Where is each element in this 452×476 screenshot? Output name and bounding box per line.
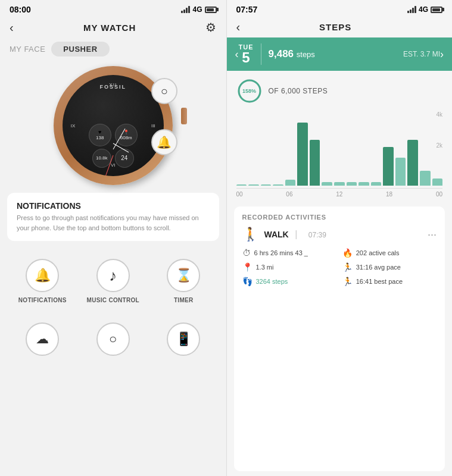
steps-date-block: TUE 5 [239, 43, 261, 65]
chart-y-label-2k: 2k [436, 142, 442, 149]
left-status-bar: 08:00 4G [0, 0, 226, 17]
activity-row: 🚶 WALK | 07:39 ··· [242, 227, 437, 242]
complication-steps: 10.8k [92, 149, 111, 168]
x-label-12: 12 [336, 191, 342, 198]
chart-x-labels: 00 06 12 18 00 [236, 189, 443, 200]
steps-icon: 👣 [242, 277, 253, 286]
action-btn-bell[interactable]: 🔔 [151, 129, 177, 155]
stat-steps: 👣 3264 steps [242, 277, 336, 286]
progress-percent: 158% [242, 88, 256, 94]
activity-stats: ⏱ 6 hrs 26 mins 43 _ 🔥 202 active cals 📍… [242, 248, 437, 286]
notif-title: NOTIFICATIONS [17, 201, 210, 211]
chart-area: 4k 2k 00 06 12 18 00 [227, 107, 453, 202]
feature-music[interactable]: ♪ MUSIC CONTROL [78, 249, 149, 309]
feature-circle[interactable]: ○ [78, 313, 149, 362]
cloud-icon: ☁ [26, 322, 59, 356]
complication-distance: 📍 608m [115, 124, 138, 146]
settings-button[interactable]: ⚙ [205, 20, 216, 35]
feature-cloud[interactable]: ☁ [7, 313, 78, 362]
recorded-section: RECORDED ACTIVITIES 🚶 WALK | 07:39 ··· ⏱… [234, 206, 445, 471]
signal-bars-icon [181, 6, 190, 13]
right-network: 4G [419, 5, 428, 14]
right-status-bar: 07:57 4G [227, 0, 453, 17]
circle-progress: 158% [236, 78, 263, 104]
right-battery-icon [431, 7, 442, 13]
stat-best-pace-val: 16:41 best pace [356, 278, 403, 285]
best-pace-icon: 🏃 [342, 277, 353, 286]
timer-icon: ⌛ [167, 259, 200, 292]
stat-best-pace: 🏃 16:41 best pace [342, 277, 437, 286]
phone-icon: 📱 [167, 322, 200, 356]
left-time: 08:00 [10, 5, 31, 14]
left-panel: 08:00 4G ‹ MY WATCH ⚙ MY FACE PUSHER [0, 0, 226, 476]
steps-count: 9,486 steps [269, 48, 315, 60]
stat-steps-val: 3264 steps [256, 278, 288, 285]
stat-avg-pace-val: 31:16 avg pace [356, 264, 401, 271]
clock-icon: ⏱ [242, 248, 251, 258]
activity-more-button[interactable]: ··· [428, 228, 437, 241]
steps-progress-row: 158% OF 6,000 STEPS [227, 71, 453, 107]
right-time: 07:57 [236, 5, 258, 14]
left-status-right: 4G [181, 5, 216, 14]
feature-notifications-label: NOTIFICATIONS [18, 297, 67, 303]
complication-heart: ♥ 138 [89, 124, 111, 146]
recorded-title: RECORDED ACTIVITIES [242, 214, 437, 221]
stat-cals: 🔥 202 active cals [342, 248, 437, 258]
feature-notifications[interactable]: 🔔 NOTIFICATIONS [7, 249, 78, 309]
page-title: MY WATCH [83, 23, 136, 33]
steps-header: ‹ TUE 5 9,486 steps EST. 3.7 MI › [227, 37, 453, 71]
notifications-section: NOTIFICATIONS Press to go through past n… [7, 193, 219, 241]
feature-grid-1: 🔔 NOTIFICATIONS ♪ MUSIC CONTROL ⌛ TIMER [7, 249, 219, 309]
x-label-06: 06 [286, 191, 292, 198]
x-label-00b: 00 [436, 191, 442, 198]
notifications-icon: 🔔 [26, 259, 59, 292]
chart-bars [236, 111, 443, 189]
right-panel: 07:57 4G ‹ STEPS ‹ TUE 5 9,486 [227, 0, 453, 476]
chart-y-label-4k: 4k [436, 111, 442, 118]
feature-timer-label: TIMER [174, 297, 194, 303]
back-button[interactable]: ‹ [10, 21, 14, 35]
face-label: MY FACE [10, 45, 45, 54]
left-network: 4G [192, 5, 202, 14]
feature-grid-2: ☁ ○ 📱 [7, 313, 219, 362]
steps-next-button[interactable]: › [440, 48, 444, 61]
divider-pipe: | [295, 229, 297, 239]
x-label-00: 00 [236, 191, 243, 198]
activity-name: WALK [264, 230, 289, 239]
activity-time: 07:39 [308, 231, 326, 239]
face-selector: MY FACE PUSHER [0, 38, 226, 60]
battery-icon [205, 7, 217, 13]
right-signal-icon [407, 6, 416, 13]
right-back-button[interactable]: ‹ [236, 20, 241, 34]
complication-num: 24 [115, 149, 134, 168]
feature-phone[interactable]: 📱 [148, 313, 219, 362]
steps-date: 5 [242, 51, 250, 65]
right-status-right: 4G [407, 5, 442, 14]
watch-crown [181, 108, 187, 124]
right-page-title: STEPS [319, 22, 351, 32]
music-icon: ♪ [96, 259, 130, 292]
stat-duration: ⏱ 6 hrs 26 mins 43 _ [242, 248, 336, 258]
stat-distance: 📍 1.3 mi [242, 262, 336, 272]
feature-music-label: MUSIC CONTROL [87, 297, 139, 303]
stat-cals-val: 202 active cals [356, 249, 400, 256]
steps-est: EST. 3.7 MI [403, 50, 440, 58]
feature-timer[interactable]: ⌛ TIMER [148, 249, 219, 309]
face-chip[interactable]: PUSHER [51, 42, 109, 57]
avg-pace-icon: 🏃 [342, 262, 353, 272]
stat-distance-val: 1.3 mi [256, 264, 274, 271]
activity-info: WALK | 07:39 [264, 229, 422, 240]
walk-icon: 🚶 [242, 227, 258, 242]
stat-avg-pace: 🏃 31:16 avg pace [342, 262, 437, 272]
watch-face: FOSSIL XII III VI IX ♥ 138 [63, 75, 164, 176]
action-btn-top[interactable]: ○ [151, 78, 177, 104]
left-nav: ‹ MY WATCH ⚙ [0, 17, 226, 38]
notif-desc: Press to go through past notifications y… [17, 213, 210, 233]
steps-goal-text: OF 6,000 STEPS [269, 87, 328, 95]
stat-duration-val: 6 hrs 26 mins 43 _ [254, 249, 308, 256]
fire-icon: 🔥 [342, 248, 353, 258]
steps-unit: steps [297, 50, 315, 59]
watch-display: FOSSIL XII III VI IX ♥ 138 [0, 60, 226, 188]
right-nav: ‹ STEPS [227, 17, 453, 37]
circle-icon: ○ [96, 322, 130, 356]
